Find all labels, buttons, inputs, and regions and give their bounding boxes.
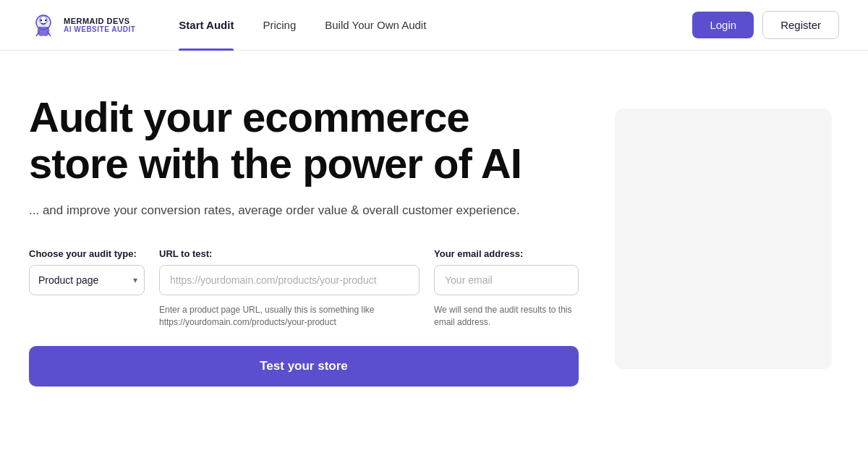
login-button[interactable]: Login (692, 12, 754, 38)
email-input[interactable] (434, 265, 579, 295)
hero-title: Audit your ecommerce store with the powe… (29, 94, 579, 187)
logo-icon (29, 11, 58, 40)
email-label: Your email address: (434, 248, 579, 259)
url-input[interactable] (159, 265, 420, 295)
audit-type-group: Choose your audit type: Product page Hom… (29, 248, 145, 295)
url-group: URL to test: Enter a product page URL, u… (159, 248, 420, 329)
right-section (608, 94, 839, 387)
email-hint: We will send the audit results to this e… (434, 304, 579, 329)
test-store-button[interactable]: Test your store (29, 346, 579, 387)
svg-point-2 (41, 19, 42, 20)
logo-top-text: MERMAID DEVS (64, 17, 135, 25)
logo-text: MERMAID DEVS AI WEBSITE AUDIT (64, 17, 135, 33)
audit-type-select-wrapper: Product page Home page Category page Che… (29, 265, 145, 295)
hero-subtitle: ... and improve your conversion rates, a… (29, 201, 579, 220)
preview-card (615, 109, 832, 369)
nav-pricing[interactable]: Pricing (248, 0, 310, 51)
nav-start-audit[interactable]: Start Audit (164, 0, 248, 51)
hero-title-line1: Audit your ecommerce (29, 93, 469, 140)
left-section: Audit your ecommerce store with the powe… (29, 94, 579, 387)
url-label: URL to test: (159, 248, 420, 259)
url-hint: Enter a product page URL, usually this i… (159, 304, 420, 329)
main-content: Audit your ecommerce store with the powe… (0, 51, 868, 415)
nav-links: Start Audit Pricing Build Your Own Audit (164, 0, 692, 51)
navbar: MERMAID DEVS AI WEBSITE AUDIT Start Audi… (0, 0, 868, 51)
logo[interactable]: MERMAID DEVS AI WEBSITE AUDIT (29, 11, 135, 40)
nav-actions: Login Register (692, 11, 839, 39)
form-row: Choose your audit type: Product page Hom… (29, 248, 579, 329)
hero-title-line2: store with the power of AI (29, 140, 522, 187)
register-button[interactable]: Register (762, 11, 839, 39)
email-group: Your email address: We will send the aud… (434, 248, 579, 329)
audit-type-label: Choose your audit type: (29, 248, 145, 259)
svg-point-3 (45, 19, 46, 20)
logo-bottom-text: AI WEBSITE AUDIT (64, 25, 135, 33)
nav-build-audit[interactable]: Build Your Own Audit (310, 0, 441, 51)
audit-type-select[interactable]: Product page Home page Category page Che… (29, 265, 145, 295)
